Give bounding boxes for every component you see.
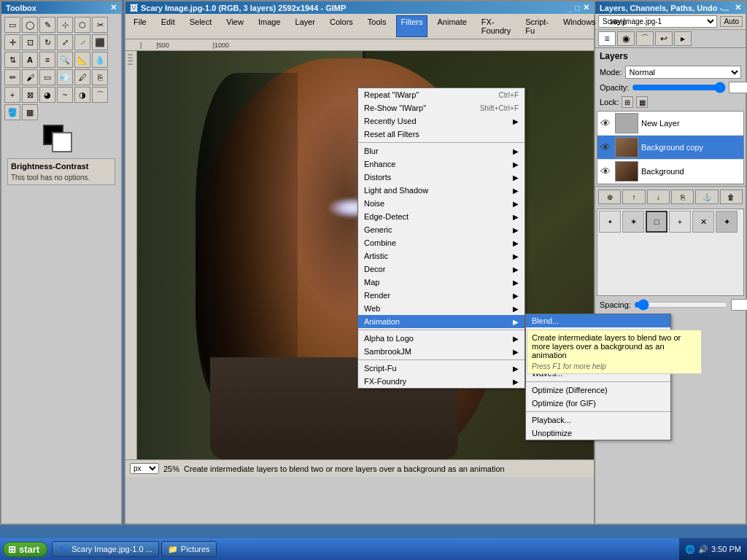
filter-reset-all[interactable]: Reset all Filters bbox=[358, 128, 525, 141]
tool-clone[interactable]: ⎘ bbox=[92, 69, 108, 85]
filter-render[interactable]: Render ▶ bbox=[358, 289, 525, 302]
filter-map[interactable]: Map ▶ bbox=[358, 276, 525, 289]
tool-fuzzy-select[interactable]: ⊹ bbox=[57, 17, 73, 33]
filter-distorts[interactable]: Distorts ▶ bbox=[358, 171, 525, 184]
brush-3[interactable]: □ bbox=[646, 211, 667, 233]
opacity-value[interactable]: 100.0 bbox=[729, 82, 747, 93]
menu-image[interactable]: Image bbox=[253, 15, 286, 37]
tool-flip[interactable]: ⇅ bbox=[4, 52, 20, 68]
minimize-icon[interactable]: _ bbox=[568, 4, 572, 12]
tool-move[interactable]: ✛ bbox=[4, 34, 20, 50]
tool-path[interactable]: ⌒ bbox=[92, 87, 108, 103]
brush-5[interactable]: ✕ bbox=[692, 211, 714, 233]
tool-crop[interactable]: ⊡ bbox=[22, 34, 38, 50]
filter-repeat-iwarp[interactable]: Repeat "IWarp" Ctrl+F bbox=[358, 88, 525, 101]
menu-filters[interactable]: Filters bbox=[396, 15, 428, 37]
filter-recently-used[interactable]: Recently Used ▶ bbox=[358, 114, 525, 128]
raise-layer-button[interactable]: ↑ bbox=[622, 190, 645, 204]
menu-colors[interactable]: Colors bbox=[325, 15, 358, 37]
volume-icon[interactable]: 🔊 bbox=[698, 545, 708, 554]
spacing-value[interactable]: 10.0 bbox=[731, 299, 747, 311]
filter-combine[interactable]: Combine ▶ bbox=[358, 236, 525, 249]
filter-decor[interactable]: Decor ▶ bbox=[358, 262, 525, 276]
tool-colorpick[interactable]: 💧 bbox=[92, 52, 108, 68]
anim-playback[interactable]: Playback... bbox=[526, 413, 670, 427]
tool-eraser[interactable]: ▭ bbox=[39, 69, 55, 85]
mode-select[interactable]: Normal bbox=[625, 66, 741, 79]
tool-rect-select[interactable]: ▭ bbox=[4, 17, 20, 33]
tool-text[interactable]: A bbox=[22, 52, 38, 68]
filter-fx-foundry[interactable]: FX-Foundry ▶ bbox=[358, 375, 525, 388]
tool-paintbrush[interactable]: 🖌 bbox=[22, 69, 38, 85]
menu-windows[interactable]: Windows bbox=[558, 15, 601, 37]
tab-options[interactable]: ▸ bbox=[674, 31, 692, 46]
filter-reshow-iwarp[interactable]: Re-Show "IWarp" Shift+Ctrl+F bbox=[358, 101, 525, 114]
layers-close-icon[interactable]: ✕ bbox=[735, 3, 741, 12]
auto-button[interactable]: Auto bbox=[720, 16, 743, 27]
tool-blend-tool[interactable]: ▦ bbox=[22, 104, 38, 120]
new-layer-group-button[interactable]: ⊕ bbox=[598, 190, 621, 204]
anim-unoptimize[interactable]: Unoptimize bbox=[526, 427, 670, 440]
filter-script-fu[interactable]: Script-Fu ▶ bbox=[358, 362, 525, 375]
delete-layer-button[interactable]: 🗑 bbox=[720, 190, 743, 204]
start-button[interactable]: ⊞ start bbox=[3, 542, 47, 557]
opacity-slider[interactable] bbox=[632, 83, 726, 92]
tool-perspective[interactable]: ⬛ bbox=[92, 34, 108, 50]
tool-heal[interactable]: + bbox=[4, 87, 20, 103]
layer-item-new[interactable]: 👁 New Layer bbox=[597, 112, 743, 136]
filter-artistic[interactable]: Artistic ▶ bbox=[358, 249, 525, 262]
tool-lasso[interactable]: ✎ bbox=[39, 17, 55, 33]
filter-noise[interactable]: Noise ▶ bbox=[358, 197, 525, 210]
brush-6[interactable]: ✦ bbox=[716, 211, 738, 233]
tool-perspective-clone[interactable]: ⊠ bbox=[22, 87, 38, 103]
tool-airbrush[interactable]: 💨 bbox=[57, 69, 73, 85]
filter-edge-detect[interactable]: Edge-Detect ▶ bbox=[358, 210, 525, 223]
lower-layer-button[interactable]: ↓ bbox=[647, 190, 670, 204]
layer-visibility-bg[interactable]: 👁 bbox=[600, 166, 612, 177]
brush-4[interactable]: + bbox=[669, 211, 691, 233]
anchor-layer-button[interactable]: ⚓ bbox=[695, 190, 718, 204]
filter-light-shadow[interactable]: Light and Shadow ▶ bbox=[358, 184, 525, 197]
tool-zoom[interactable]: 🔍 bbox=[57, 52, 73, 68]
layer-visibility-new[interactable]: 👁 bbox=[600, 117, 612, 129]
unit-select[interactable]: px bbox=[130, 463, 159, 474]
filter-web[interactable]: Web ▶ bbox=[358, 302, 525, 315]
lock-alpha-button[interactable]: ▦ bbox=[636, 96, 648, 108]
menu-fx-foundry[interactable]: FX-Foundry bbox=[476, 15, 516, 37]
layer-visibility-bg-copy[interactable]: 👁 bbox=[600, 141, 612, 153]
tool-scissors[interactable]: ✂ bbox=[92, 17, 108, 33]
network-icon[interactable]: 🌐 bbox=[685, 545, 695, 554]
filter-enhance[interactable]: Enhance ▶ bbox=[358, 158, 525, 171]
menu-script-fu[interactable]: Script-Fu bbox=[520, 15, 554, 37]
tool-measure[interactable]: 📐 bbox=[74, 52, 90, 68]
tool-bucket[interactable]: 🪣 bbox=[4, 104, 20, 120]
tool-dodge[interactable]: ◑ bbox=[74, 87, 90, 103]
anim-optimize-gif[interactable]: Optimize (for GIF) bbox=[526, 397, 670, 410]
menu-animate[interactable]: Animate bbox=[432, 15, 471, 37]
anim-blend[interactable]: Blend... bbox=[526, 314, 670, 327]
lock-pixels-button[interactable]: ⊞ bbox=[622, 96, 633, 108]
menu-help[interactable]: Help bbox=[605, 15, 632, 37]
tool-rotate[interactable]: ↻ bbox=[39, 34, 55, 50]
tool-pencil[interactable]: ✏ bbox=[4, 69, 20, 85]
menu-view[interactable]: View bbox=[221, 15, 249, 37]
tool-scale[interactable]: ⤢ bbox=[57, 34, 73, 50]
background-color[interactable] bbox=[52, 132, 72, 152]
menu-file[interactable]: File bbox=[128, 15, 152, 37]
tool-align[interactable]: ≡ bbox=[39, 52, 55, 68]
filter-animation[interactable]: Animation ▶ bbox=[358, 315, 525, 328]
filter-sambrook[interactable]: SambrookJM ▶ bbox=[358, 345, 525, 358]
filter-blur[interactable]: Blur ▶ bbox=[358, 144, 525, 158]
layer-item-bg-copy[interactable]: 👁 Background copy bbox=[597, 136, 743, 160]
filter-generic[interactable]: Generic ▶ bbox=[358, 223, 525, 236]
maximize-icon[interactable]: □ bbox=[575, 4, 580, 12]
close-icon[interactable]: ✕ bbox=[583, 3, 589, 12]
tool-ellipse-select[interactable]: ◯ bbox=[22, 17, 38, 33]
anim-optimize-diff[interactable]: Optimize (Difference) bbox=[526, 384, 670, 397]
toolbox-close-icon[interactable]: ✕ bbox=[110, 3, 117, 12]
duplicate-layer-button[interactable]: ⎘ bbox=[671, 190, 694, 204]
menu-edit[interactable]: Edit bbox=[156, 15, 180, 37]
tool-shear[interactable]: ⟋ bbox=[74, 34, 90, 50]
tool-ink[interactable]: 🖊 bbox=[74, 69, 90, 85]
taskbar-pictures[interactable]: 📁 Pictures bbox=[161, 541, 217, 557]
